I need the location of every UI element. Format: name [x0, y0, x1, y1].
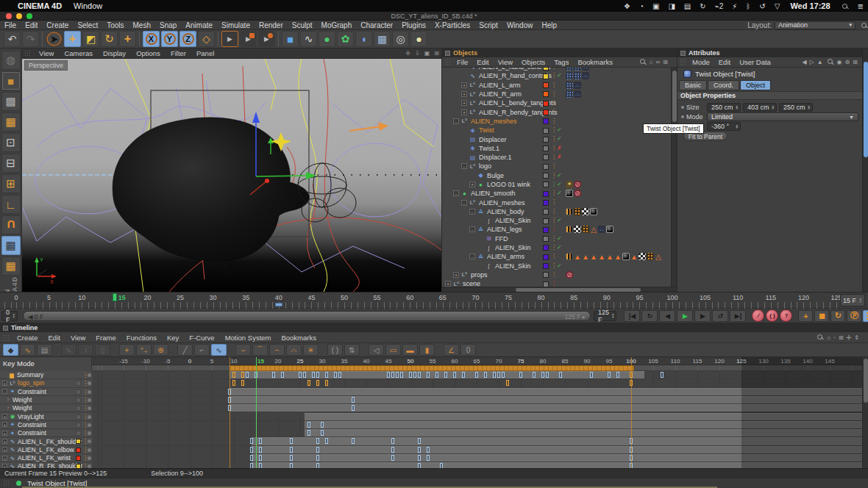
objects-panel-header[interactable]: Objects — [442, 49, 677, 57]
size-field-y[interactable]: 403 cm▲▼ — [743, 103, 777, 112]
enabled-check-icon[interactable]: ✓ — [557, 243, 562, 252]
menu-mograph[interactable]: MoGraph — [321, 21, 352, 29]
morph-tag-icon[interactable]: ▲ — [630, 253, 638, 260]
xpresso-tag-icon[interactable] — [566, 68, 573, 71]
expand-icon[interactable]: + — [2, 431, 7, 436]
attributes-header-icon-6[interactable]: ⊞ — [853, 59, 858, 65]
record-track-button[interactable]: ⊕ — [153, 344, 168, 356]
track-circle-icon[interactable] — [88, 390, 91, 394]
morph-tag-icon[interactable]: ▲ — [614, 253, 622, 260]
attributes-menu-mode[interactable]: Mode — [692, 58, 710, 66]
visibility-dots-icon[interactable]: ⋮ — [551, 216, 557, 225]
track-circle-icon[interactable] — [88, 398, 91, 402]
layer-color-chip[interactable] — [543, 164, 549, 170]
keyframe[interactable] — [484, 372, 487, 378]
track-toggle-box[interactable] — [76, 406, 81, 411]
key-dot-icon[interactable] — [681, 115, 684, 118]
visibility-dots-icon[interactable]: ⋮ — [551, 270, 557, 279]
object-name[interactable]: ALIEN_meshes — [479, 199, 525, 207]
move-tool[interactable]: + — [64, 31, 81, 47]
object-name[interactable]: props — [471, 271, 488, 279]
selection-tag-icon[interactable] — [582, 226, 589, 233]
object-row-alien-meshes[interactable]: -L⁰ALIEN_meshes⋮ — [442, 117, 672, 126]
object-properties-section[interactable]: Object Properties — [677, 91, 863, 100]
objects-menu-file[interactable]: File — [457, 58, 468, 66]
keyframe[interactable] — [661, 372, 664, 378]
layer-color-chip[interactable] — [543, 137, 549, 143]
panel-grip-icon[interactable] — [3, 480, 10, 487]
keyframe[interactable] — [325, 372, 328, 378]
layer-color-chip[interactable] — [543, 173, 549, 179]
keyframe[interactable] — [250, 447, 253, 453]
current-frame-line[interactable] — [256, 357, 257, 468]
keyframe[interactable] — [290, 438, 293, 444]
menubar-status-icon-0[interactable]: ❖ — [624, 2, 630, 10]
object-name[interactable]: ALIEN_legs — [487, 226, 522, 233]
enabled-check-icon[interactable]: ✓ — [557, 126, 562, 134]
start-frame-field[interactable]: 0 F▲▼ — [1, 311, 18, 321]
dopesheet[interactable]: -15-10-505102025303540455055606570758085… — [92, 357, 868, 468]
selected-keyframe[interactable] — [316, 380, 319, 386]
workplane-mode-icon[interactable]: ▦ — [1, 112, 21, 132]
keyframe[interactable] — [259, 438, 262, 444]
viewport-corner-icon-2[interactable]: ▣ — [424, 50, 430, 57]
visibility-dots-icon[interactable]: ⋮ — [551, 81, 557, 90]
track-name[interactable]: ALIEN_L_FK_elbow — [18, 446, 74, 453]
collapse-icon[interactable]: - — [469, 209, 475, 215]
compositing-tag-icon[interactable]: ⊘ — [566, 271, 573, 279]
objects-header-icon-2[interactable]: ∞ — [656, 59, 661, 65]
menubar-status-icon-10[interactable]: ▽ — [775, 2, 780, 10]
xpresso-tag-icon[interactable] — [566, 72, 573, 79]
keyframe[interactable] — [250, 455, 253, 461]
compositing-tag-icon[interactable]: ⊘ — [574, 190, 581, 197]
xpresso-tag-icon[interactable] — [566, 82, 573, 89]
menu-file[interactable]: File — [4, 21, 16, 29]
objects-menu-tags[interactable]: Tags — [554, 58, 569, 66]
attributes-header-icon-4[interactable]: ◉ — [837, 59, 842, 65]
stepper-icon[interactable]: ▲▼ — [769, 105, 775, 110]
timeline-header-icon-1[interactable]: ⌂ — [827, 334, 830, 341]
keyframe[interactable] — [409, 372, 412, 378]
track-circle-icon[interactable] — [88, 415, 91, 419]
layer-color-chip[interactable] — [543, 281, 549, 287]
track-toggle-box[interactable] — [76, 431, 81, 436]
object-name[interactable]: scene — [463, 280, 480, 287]
object-row-alien-r-arm[interactable]: +L⁰ALIEN_R_arm⋮⸫ — [442, 90, 672, 98]
expand-icon[interactable]: + — [2, 422, 7, 427]
object-row-displacer-1[interactable]: ▤Displacer.1⋮✗ — [442, 153, 672, 162]
timeline-vertical-scrollbar[interactable] — [862, 357, 868, 468]
layer-color-chip[interactable] — [543, 128, 549, 134]
track-constraint-6[interactable]: +✦Constraint⋮ — [0, 421, 92, 429]
layer-color-chip[interactable] — [543, 110, 549, 115]
viewport-scene[interactable]: Y X — [22, 59, 441, 292]
menu-animate[interactable]: Animate — [185, 21, 213, 29]
track-name[interactable]: Constraint — [18, 388, 46, 395]
polygon-mode-icon[interactable]: ⊞ — [1, 174, 21, 193]
zero-angle-button[interactable]: 0 — [460, 344, 476, 356]
next-frame-button[interactable]: ▶ — [694, 310, 711, 322]
keyframe[interactable] — [325, 438, 328, 444]
tab-basic[interactable]: Basic — [679, 80, 707, 90]
visibility-dots-icon[interactable]: ⋮ — [551, 98, 557, 107]
lock-z-button[interactable]: Z — [179, 31, 196, 47]
power-slider[interactable]: ◀ 0 F 125 F ▸ — [23, 311, 591, 321]
key-mode-button[interactable]: ◆ — [3, 344, 18, 356]
object-name[interactable]: ALIEN_Skin — [495, 244, 531, 251]
expand-icon[interactable]: + — [2, 414, 7, 419]
visibility-dots-icon[interactable]: ⋮ — [551, 68, 557, 71]
lock-time-button[interactable]: ◁ — [369, 344, 384, 356]
object-row-logo[interactable]: -L⁰logo⋮ — [442, 162, 672, 171]
menu-snap[interactable]: Snap — [160, 21, 177, 29]
keyframe[interactable] — [316, 463, 319, 468]
keyframe[interactable] — [427, 447, 430, 453]
collapse-icon[interactable]: - — [453, 118, 459, 124]
enabled-check-icon[interactable]: ✓ — [557, 234, 562, 243]
layer-color-chip[interactable] — [543, 154, 549, 160]
render-tag-icon[interactable] — [566, 190, 573, 197]
layer-color-chip[interactable] — [543, 82, 549, 88]
track-constraint-7[interactable]: +✦Constraint⋮ — [0, 429, 92, 437]
layer-color-chip[interactable] — [543, 191, 549, 197]
track-alien-l-fk-shoulder-8[interactable]: +∿ALIEN_L_FK_shoulder⋮ — [0, 437, 92, 445]
track-circle-icon[interactable] — [88, 406, 91, 410]
object-name[interactable]: Twist — [479, 126, 494, 134]
